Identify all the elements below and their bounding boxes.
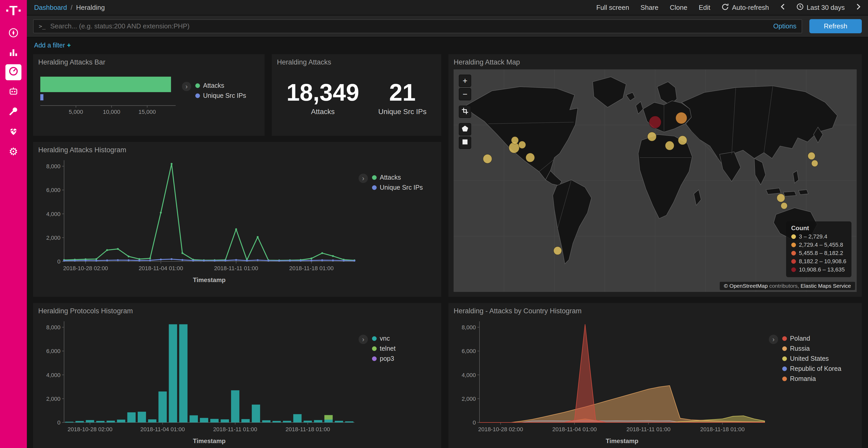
map-zoom-out-button[interactable]: − [459,88,471,100]
legend-collapse-icon[interactable]: › [769,335,778,344]
sidebar-item-monitoring[interactable] [5,123,22,141]
svg-text:2,000: 2,000 [462,395,476,402]
bar-chart-icon [8,47,19,60]
series-color-dot [782,346,787,351]
map-legend-item[interactable]: 8,182.2 – 10,908.6 [791,258,846,265]
map-legend-item[interactable]: 10,908.6 – 13,635 [791,266,846,273]
map-zoom-in-button[interactable]: + [459,75,471,87]
panel-attacks-metric: Heralding Attacks 18,349 Attacks 21 Uniq… [272,54,441,136]
map-draw-polygon-button[interactable] [459,123,471,136]
top-navbar: Dashboard / Heralding Full screen Share … [27,0,868,15]
metric-label: Attacks [286,108,359,116]
legend-item[interactable]: United States [782,355,841,362]
legend-item[interactable]: Attacks [372,174,423,181]
time-back-button[interactable] [780,3,785,12]
robot-icon [8,86,19,99]
panel-attacks-bar: Heralding Attacks Bar 5,00010,00015,000 … [33,54,265,136]
share-button[interactable]: Share [641,4,658,12]
sidebar-item-timelion[interactable] [5,84,22,101]
panel-title: Heralding Attacks [277,57,436,68]
search-input[interactable] [51,22,769,30]
svg-text:4,000: 4,000 [462,372,476,378]
sidebar-item-management[interactable]: ⚙ [5,143,22,160]
heartbeat-icon [8,125,19,139]
sidebar-item-discover[interactable] [5,25,22,43]
map-fit-bounds-button[interactable] [459,106,471,118]
svg-text:10,000: 10,000 [103,109,120,115]
legend-item[interactable]: Poland [782,335,841,342]
metric-attacks: 18,349 Attacks [286,80,359,116]
legend-item[interactable]: Republic of Korea [782,365,841,372]
time-range-picker[interactable]: Last 30 days [797,3,845,12]
tmobile-logo[interactable]: T [6,5,21,17]
attacks-bar-chart[interactable]: 5,00010,00015,000 [38,69,182,124]
osm-attribution[interactable]: © OpenStreetMap [724,283,768,289]
svg-text:5,000: 5,000 [69,109,83,115]
svg-text:2,000: 2,000 [46,395,60,402]
filter-bar: Add a filter+ [27,37,868,52]
edit-button[interactable]: Edit [699,4,710,12]
legend-item[interactable]: Unique Src IPs [195,92,246,99]
time-forward-button[interactable] [856,3,861,12]
panel-title: Heralding Protocols Histogram [38,306,436,317]
metric-body: 18,349 Attacks 21 Unique Src IPs [277,68,436,133]
series-color-dot [782,356,787,361]
legend-collapse-icon[interactable]: › [182,82,191,91]
logo-square-left [6,9,8,12]
clone-button[interactable]: Clone [670,4,687,12]
metric-value: 21 [378,80,427,105]
legend-item[interactable]: vnc [372,335,396,342]
sidebar-item-visualize[interactable] [5,45,22,62]
svg-text:2018-11-18 01:00: 2018-11-18 01:00 [285,426,330,433]
svg-text:2018-11-04 01:00: 2018-11-04 01:00 [140,426,185,433]
full-screen-button[interactable]: Full screen [596,4,629,12]
svg-text:0: 0 [57,419,60,426]
auto-refresh-button[interactable]: Auto-refresh [721,3,769,12]
svg-text:2018-11-18 01:00: 2018-11-18 01:00 [700,426,745,433]
legend-item[interactable]: telnet [372,345,396,352]
series-color-dot [782,367,787,371]
svg-text:6,000: 6,000 [46,187,60,193]
legend-item[interactable]: Romania [782,375,841,382]
main-area: Dashboard / Heralding Full screen Share … [27,0,868,448]
panel-title: Heralding - Attacks by Country Histogram [454,306,857,317]
metric-value: 18,349 [286,80,359,105]
legend-collapse-icon[interactable]: › [359,174,368,183]
svg-text:8,000: 8,000 [462,324,476,331]
protocols-histogram-chart[interactable]: 02,0004,0006,0008,0002018-10-28 02:00201… [38,317,359,445]
breadcrumb-dashboard-link[interactable]: Dashboard [34,4,67,12]
svg-text:2,000: 2,000 [46,235,60,241]
navbar-actions: Full screen Share Clone Edit Auto-refres… [596,3,861,12]
query-options-link[interactable]: Options [773,22,797,30]
legend-item[interactable]: Unique Src IPs [372,184,423,191]
series-color-dot [372,185,377,190]
refresh-button[interactable]: Refresh [809,19,862,33]
svg-text:Timestamp: Timestamp [193,276,225,283]
chevron-left-icon [780,3,785,12]
map-draw-rectangle-button[interactable] [459,137,471,149]
search-box[interactable]: >_ Options [33,20,802,33]
svg-text:Timestamp: Timestamp [606,438,638,444]
map-legend-item[interactable]: 3 – 2,729.4 [791,233,846,240]
chart-svg: 02,0004,0006,0008,0002018-10-28 02:00201… [38,317,359,445]
attacks-histogram-chart[interactable]: 02,0004,0006,0008,0002018-10-28 02:00201… [38,156,359,284]
add-filter-link[interactable]: Add a filter [34,41,65,49]
svg-text:6,000: 6,000 [462,348,476,354]
terminal-prompt-icon: >_ [39,23,46,29]
map-legend-item[interactable]: 5,455.8 – 8,182.2 [791,250,846,256]
legend-item[interactable]: pop3 [372,355,396,362]
elastic-maps-attribution[interactable]: Elastic Maps Service [801,283,851,289]
sidebar-item-dashboard[interactable] [5,64,22,80]
country-histogram-chart[interactable]: 02,0004,0006,0008,0002018-10-28 02:00201… [454,317,769,445]
svg-text:4,000: 4,000 [46,372,60,378]
add-filter-plus-icon[interactable]: + [67,41,71,49]
map-legend-item[interactable]: 2,729.4 – 5,455.8 [791,242,846,248]
legend-item[interactable]: Attacks [195,82,246,89]
svg-text:8,000: 8,000 [46,324,60,331]
chart-svg: 02,0004,0006,0008,0002018-10-28 02:00201… [38,156,359,284]
breadcrumb-separator: / [70,4,72,12]
legend-item[interactable]: Russia [782,345,841,352]
legend-collapse-icon[interactable]: › [359,335,368,344]
panel-attacks-histogram: Heralding Attacks Histogram 02,0004,0006… [33,142,441,297]
sidebar-item-dev-tools[interactable] [5,103,22,121]
